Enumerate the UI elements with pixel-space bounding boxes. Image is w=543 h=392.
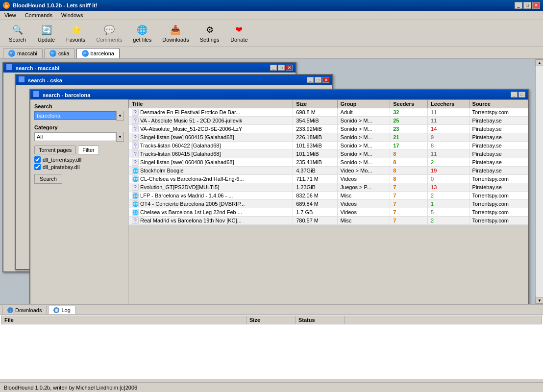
cell-leechers: 0 (428, 175, 469, 183)
cell-size: 698.8 M (293, 108, 337, 117)
row-type-icon: 🌐 (132, 200, 139, 207)
cell-size: 689.84 M (293, 200, 337, 208)
search-button[interactable]: Search (34, 174, 62, 184)
results-table-container[interactable]: Title Size Group Seeders Leechers Source (128, 99, 528, 304)
cell-seeders: 17 (390, 142, 428, 150)
table-row[interactable]: ? VA - Absolute Music 51 - 2CD 2006-jull… (129, 117, 528, 125)
table-row[interactable]: 🌐 Chelsea vs Barcelona 1st Leg 22nd Feb … (129, 208, 528, 217)
cell-title: ? Evolution_GT[PS2DVD][MULTI5] (129, 183, 293, 192)
table-row[interactable]: ? VA-Absolute_Music_51-2CD-SE-2006-LzY 2… (129, 125, 528, 133)
comments-icon: 💬 (103, 24, 115, 36)
maximize-button[interactable]: □ (523, 2, 531, 9)
menu-windows[interactable]: Windows (60, 12, 85, 19)
cell-group: Adult (337, 108, 390, 117)
category-dropdown-arrow[interactable]: ▼ (116, 132, 124, 142)
minimize-button[interactable]: _ (515, 2, 522, 9)
col-group: Group (337, 100, 390, 108)
toolbar-favorites[interactable]: ⭐ Favorits (62, 22, 90, 45)
barcelona-controls: _ □ (511, 92, 525, 98)
table-row[interactable]: ? Real Madrid vs Barcelona 19th Nov [KC]… (129, 217, 528, 225)
maccabi-maximize[interactable]: □ (278, 65, 285, 71)
cell-source: Torrentspy.com (469, 175, 528, 183)
main-tabs: 🔍 maccabi 🔍 cska 🔍 barcelona (0, 47, 543, 59)
tab-barcelona[interactable]: 🔍 barcelona (76, 48, 120, 58)
cell-seeders: 23 (390, 125, 428, 133)
toolbar-getfiles[interactable]: 🌐 get files (128, 22, 156, 45)
tab-cska[interactable]: 🔍 cska (44, 48, 75, 58)
cell-title: 🌐 Chelsea vs Barcelona 1st Leg 22nd Feb … (129, 208, 293, 217)
table-row[interactable]: 🌐 OT4 - Concierto Barcelona 2005 [DVBRIP… (129, 200, 528, 208)
table-row[interactable]: ? Evolution_GT[PS2DVD][MULTI5] 1.23GiB J… (129, 183, 528, 192)
cell-leechers: 1 (428, 200, 469, 208)
content-area: search - maccabi _ □ ✕ search - cska _ □ (0, 59, 543, 304)
tab-cska-icon: 🔍 (49, 50, 56, 57)
col-size: Size (293, 100, 337, 108)
cell-source: Torrentspy.com (469, 108, 528, 117)
toolbar-search[interactable]: 🔍 Search (4, 22, 31, 45)
checkbox-torrentspy-input[interactable] (34, 156, 41, 163)
toolbar: 🔍 Search 🔄 Update ⭐ Favorits 💬 Comments … (0, 20, 543, 47)
category-section: Category ▼ (34, 124, 124, 142)
table-row[interactable]: ? Tracks-listan 060415 [Galahad68] 101.1… (129, 150, 528, 158)
cell-size: 832.06 M (293, 192, 337, 200)
menu-view[interactable]: View (3, 12, 18, 19)
table-row[interactable]: 🌐 Stockholm Boogie 4.37GiB Video > Mo...… (129, 167, 528, 175)
cell-seeders: 7 (390, 217, 428, 225)
cska-close[interactable]: ✕ (322, 77, 329, 83)
table-row[interactable]: ? Singel-listan [swe] 060408 [Galahad68]… (129, 158, 528, 167)
cska-minimize[interactable]: _ (307, 77, 314, 83)
app-title: BloodHound 1.0.2b - Lets sniff it! (13, 2, 97, 8)
cell-seeders: 8 (390, 150, 428, 158)
cell-size: 1.23GiB (293, 183, 337, 192)
cell-group: Videos (337, 200, 390, 208)
category-input[interactable] (34, 132, 116, 141)
tab-torrent-pages[interactable]: Torrent pages (34, 146, 76, 154)
toolbar-update[interactable]: 🔄 Update (33, 22, 60, 45)
tab-barcelona-icon: 🔍 (82, 50, 89, 57)
checkbox-piratebay-input[interactable] (34, 164, 41, 170)
barcelona-maximize[interactable]: □ (518, 92, 525, 98)
scroll-up-button[interactable]: ▲ (536, 59, 543, 66)
scroll-down-button[interactable]: ▼ (536, 297, 543, 304)
table-row[interactable]: ? Tracks-listan 060422 [Galahad68] 101.9… (129, 142, 528, 150)
col-seeders: Seeders (390, 100, 428, 108)
cell-size: 226.18MiB (293, 133, 337, 142)
menu-commands[interactable]: Commands (24, 12, 54, 19)
download-area: File Size Status (0, 315, 543, 379)
cell-group: Videos (337, 175, 390, 183)
toolbar-comments[interactable]: 💬 Comments (92, 22, 126, 45)
bottom-section: ↓ Downloads 📋 Log File Size Status (0, 304, 543, 382)
barcelona-minimize[interactable]: _ (511, 92, 518, 98)
search-dropdown-arrow[interactable]: ▼ (116, 111, 124, 121)
tab-filter[interactable]: Filter (78, 146, 99, 154)
bottom-tab-log[interactable]: 📋 Log (48, 306, 75, 314)
col-source: Source (469, 100, 528, 108)
bottom-tab-downloads[interactable]: ↓ Downloads (2, 306, 47, 314)
maccabi-close[interactable]: ✕ (286, 65, 293, 71)
window-barcelona: search - barcelona _ □ Search ▼ Category (29, 89, 529, 304)
cell-seeders: 8 (390, 158, 428, 167)
toolbar-settings[interactable]: ⚙ Settings (196, 22, 224, 45)
table-row[interactable]: ? Desmadre En El Festival Erotico De Bar… (129, 108, 528, 117)
toolbar-donate[interactable]: ❤ Donate (225, 22, 252, 45)
cell-size: 1.7 GB (293, 208, 337, 217)
search-input[interactable] (34, 111, 116, 120)
cell-title: ? Desmadre En El Festival Erotico De Bar… (129, 108, 293, 117)
scroll-track[interactable] (536, 66, 543, 297)
table-row[interactable]: 🌐 LFP - Barcelona vs Madrid - 1.4.06 - .… (129, 192, 528, 200)
row-type-icon: 🌐 (132, 175, 139, 182)
table-row[interactable]: ? Singel-listan [swe] 060415 [Galahad68]… (129, 133, 528, 142)
cell-size: 235.41MiB (293, 158, 337, 167)
cell-group: Sonido > M... (337, 158, 390, 167)
tab-maccabi[interactable]: 🔍 maccabi (3, 48, 43, 58)
toolbar-downloads[interactable]: 📥 Downloads (158, 22, 193, 45)
cell-leechers: 2 (428, 192, 469, 200)
cska-maximize[interactable]: □ (315, 77, 321, 83)
row-type-icon: 🌐 (132, 192, 139, 199)
cell-leechers: 9 (428, 133, 469, 142)
table-row[interactable]: 🌐 CL-Chelsea vs Barcelona-2nd Half-Eng-6… (129, 175, 528, 183)
maccabi-minimize[interactable]: _ (270, 65, 277, 71)
close-button[interactable]: ✕ (532, 2, 540, 9)
cell-group: Sonido > M... (337, 125, 390, 133)
row-type-icon: 🌐 (132, 209, 139, 216)
